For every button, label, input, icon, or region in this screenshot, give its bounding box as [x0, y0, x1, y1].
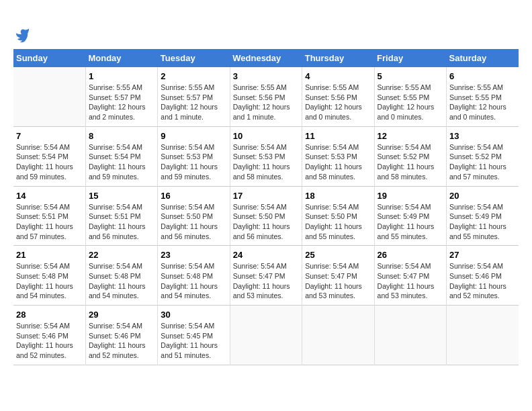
- day-info: Sunrise: 5:54 AMSunset: 5:53 PMDaylight:…: [161, 142, 226, 182]
- calendar-cell: 12Sunrise: 5:54 AMSunset: 5:52 PMDayligh…: [374, 126, 446, 186]
- calendar-cell: 27Sunrise: 5:54 AMSunset: 5:46 PMDayligh…: [447, 246, 519, 306]
- calendar-week-row: 14Sunrise: 5:54 AMSunset: 5:51 PMDayligh…: [13, 186, 519, 246]
- day-info: Sunrise: 5:54 AMSunset: 5:46 PMDaylight:…: [449, 261, 516, 301]
- day-number: 13: [449, 131, 516, 141]
- calendar-cell: 11Sunrise: 5:54 AMSunset: 5:53 PMDayligh…: [302, 126, 374, 186]
- calendar-week-row: 1Sunrise: 5:55 AMSunset: 5:57 PMDaylight…: [13, 67, 519, 126]
- day-number: 11: [305, 131, 371, 141]
- day-info: Sunrise: 5:54 AMSunset: 5:54 PMDaylight:…: [16, 142, 83, 182]
- day-info: Sunrise: 5:54 AMSunset: 5:52 PMDaylight:…: [449, 142, 516, 182]
- weekday-header-tuesday: Tuesday: [158, 49, 230, 67]
- calendar-cell: 15Sunrise: 5:54 AMSunset: 5:51 PMDayligh…: [85, 186, 157, 246]
- calendar-week-row: 7Sunrise: 5:54 AMSunset: 5:54 PMDaylight…: [13, 126, 519, 186]
- day-info: Sunrise: 5:54 AMSunset: 5:45 PMDaylight:…: [161, 321, 226, 361]
- calendar-cell: 26Sunrise: 5:54 AMSunset: 5:47 PMDayligh…: [374, 246, 446, 306]
- day-number: 8: [89, 131, 154, 141]
- calendar-cell: 20Sunrise: 5:54 AMSunset: 5:49 PMDayligh…: [447, 186, 519, 246]
- day-number: 26: [378, 250, 443, 260]
- calendar-week-row: 21Sunrise: 5:54 AMSunset: 5:48 PMDayligh…: [13, 246, 519, 306]
- day-info: Sunrise: 5:54 AMSunset: 5:50 PMDaylight:…: [161, 202, 226, 242]
- day-number: 10: [233, 131, 299, 141]
- day-number: 28: [16, 310, 83, 320]
- day-info: Sunrise: 5:54 AMSunset: 5:46 PMDaylight:…: [89, 321, 154, 361]
- day-info: Sunrise: 5:54 AMSunset: 5:53 PMDaylight:…: [233, 142, 299, 182]
- day-number: 19: [378, 191, 443, 201]
- day-number: 17: [233, 191, 299, 201]
- day-number: 29: [89, 310, 154, 320]
- calendar-cell: 23Sunrise: 5:54 AMSunset: 5:48 PMDayligh…: [158, 246, 230, 306]
- calendar-cell: 9Sunrise: 5:54 AMSunset: 5:53 PMDaylight…: [158, 126, 230, 186]
- calendar-cell: 2Sunrise: 5:55 AMSunset: 5:57 PMDaylight…: [158, 67, 230, 126]
- day-info: Sunrise: 5:54 AMSunset: 5:51 PMDaylight:…: [16, 202, 83, 242]
- calendar-cell: 24Sunrise: 5:54 AMSunset: 5:47 PMDayligh…: [230, 246, 302, 306]
- day-info: Sunrise: 5:54 AMSunset: 5:47 PMDaylight:…: [378, 261, 443, 301]
- day-number: 20: [449, 191, 516, 201]
- calendar-cell: 3Sunrise: 5:55 AMSunset: 5:56 PMDaylight…: [230, 67, 302, 126]
- calendar-cell: 4Sunrise: 5:55 AMSunset: 5:56 PMDaylight…: [302, 67, 374, 126]
- calendar-cell: [13, 67, 85, 126]
- calendar-cell: 30Sunrise: 5:54 AMSunset: 5:45 PMDayligh…: [158, 306, 230, 365]
- calendar-cell: 6Sunrise: 5:55 AMSunset: 5:55 PMDaylight…: [447, 67, 519, 126]
- day-number: 15: [89, 191, 154, 201]
- calendar-cell: 16Sunrise: 5:54 AMSunset: 5:50 PMDayligh…: [158, 186, 230, 246]
- calendar-cell: [230, 306, 302, 365]
- day-info: Sunrise: 5:54 AMSunset: 5:50 PMDaylight:…: [305, 202, 371, 242]
- day-number: 4: [305, 71, 371, 81]
- calendar-cell: 22Sunrise: 5:54 AMSunset: 5:48 PMDayligh…: [85, 246, 157, 306]
- day-number: 25: [305, 250, 371, 260]
- day-number: 1: [89, 71, 154, 81]
- day-info: Sunrise: 5:55 AMSunset: 5:57 PMDaylight:…: [89, 83, 154, 122]
- calendar-cell: 1Sunrise: 5:55 AMSunset: 5:57 PMDaylight…: [85, 67, 157, 126]
- day-number: 6: [449, 71, 516, 81]
- calendar-cell: 13Sunrise: 5:54 AMSunset: 5:52 PMDayligh…: [447, 126, 519, 186]
- day-info: Sunrise: 5:54 AMSunset: 5:46 PMDaylight:…: [16, 321, 83, 361]
- weekday-header-row: SundayMondayTuesdayWednesdayThursdayFrid…: [13, 49, 519, 67]
- day-number: 24: [233, 250, 299, 260]
- day-number: 16: [161, 191, 226, 201]
- day-number: 27: [449, 250, 516, 260]
- day-number: 30: [161, 310, 226, 320]
- calendar-week-row: 28Sunrise: 5:54 AMSunset: 5:46 PMDayligh…: [13, 306, 519, 365]
- weekday-header-friday: Friday: [374, 49, 446, 67]
- day-number: 22: [89, 250, 154, 260]
- day-info: Sunrise: 5:55 AMSunset: 5:56 PMDaylight:…: [305, 83, 371, 122]
- bird-icon: [15, 28, 30, 42]
- day-info: Sunrise: 5:54 AMSunset: 5:47 PMDaylight:…: [305, 261, 371, 301]
- calendar-cell: 29Sunrise: 5:54 AMSunset: 5:46 PMDayligh…: [85, 306, 157, 365]
- calendar-cell: 28Sunrise: 5:54 AMSunset: 5:46 PMDayligh…: [13, 306, 85, 365]
- calendar-table: SundayMondayTuesdayWednesdayThursdayFrid…: [13, 49, 519, 365]
- day-info: Sunrise: 5:54 AMSunset: 5:52 PMDaylight:…: [378, 142, 443, 182]
- day-info: Sunrise: 5:54 AMSunset: 5:53 PMDaylight:…: [305, 142, 371, 182]
- day-info: Sunrise: 5:55 AMSunset: 5:55 PMDaylight:…: [449, 83, 516, 122]
- calendar-cell: 18Sunrise: 5:54 AMSunset: 5:50 PMDayligh…: [302, 186, 374, 246]
- logo: [13, 13, 30, 42]
- day-info: Sunrise: 5:55 AMSunset: 5:55 PMDaylight:…: [378, 83, 443, 122]
- weekday-header-thursday: Thursday: [302, 49, 374, 67]
- header: [13, 13, 519, 42]
- calendar-cell: 5Sunrise: 5:55 AMSunset: 5:55 PMDaylight…: [374, 67, 446, 126]
- day-number: 21: [16, 250, 83, 260]
- calendar-header: SundayMondayTuesdayWednesdayThursdayFrid…: [13, 49, 519, 67]
- day-number: 3: [233, 71, 299, 81]
- day-info: Sunrise: 5:55 AMSunset: 5:57 PMDaylight:…: [161, 83, 226, 122]
- day-number: 5: [378, 71, 443, 81]
- day-info: Sunrise: 5:54 AMSunset: 5:48 PMDaylight:…: [16, 261, 83, 301]
- calendar-cell: 8Sunrise: 5:54 AMSunset: 5:54 PMDaylight…: [85, 126, 157, 186]
- weekday-header-sunday: Sunday: [13, 49, 85, 67]
- calendar-cell: 25Sunrise: 5:54 AMSunset: 5:47 PMDayligh…: [302, 246, 374, 306]
- day-info: Sunrise: 5:54 AMSunset: 5:47 PMDaylight:…: [233, 261, 299, 301]
- calendar-body: 1Sunrise: 5:55 AMSunset: 5:57 PMDaylight…: [13, 67, 519, 365]
- calendar-cell: 21Sunrise: 5:54 AMSunset: 5:48 PMDayligh…: [13, 246, 85, 306]
- calendar-cell: 14Sunrise: 5:54 AMSunset: 5:51 PMDayligh…: [13, 186, 85, 246]
- day-number: 14: [16, 191, 83, 201]
- day-number: 2: [161, 71, 226, 81]
- calendar-cell: [374, 306, 446, 365]
- calendar-cell: [447, 306, 519, 365]
- day-info: Sunrise: 5:55 AMSunset: 5:56 PMDaylight:…: [233, 83, 299, 122]
- calendar-cell: 19Sunrise: 5:54 AMSunset: 5:49 PMDayligh…: [374, 186, 446, 246]
- day-number: 18: [305, 191, 371, 201]
- day-number: 9: [161, 131, 226, 141]
- day-info: Sunrise: 5:54 AMSunset: 5:50 PMDaylight:…: [233, 202, 299, 242]
- day-info: Sunrise: 5:54 AMSunset: 5:51 PMDaylight:…: [89, 202, 154, 242]
- day-info: Sunrise: 5:54 AMSunset: 5:48 PMDaylight:…: [89, 261, 154, 301]
